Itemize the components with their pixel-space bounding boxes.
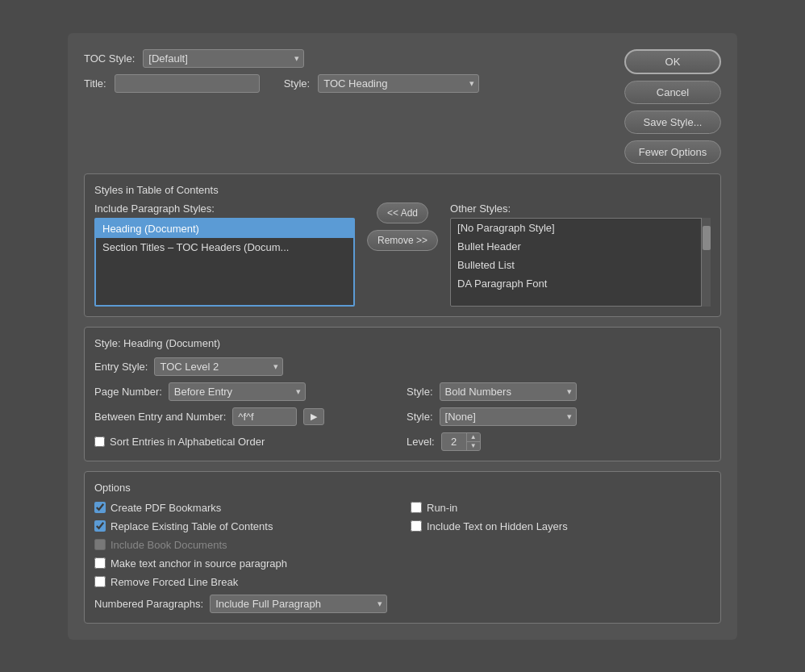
style-heading-title: Style: Heading (Document) bbox=[94, 337, 711, 349]
style-wrapper: TOC Heading TOC Level 1 TOC Level 2 bbox=[318, 74, 479, 93]
page-number-wrapper: Before Entry After Entry No Page Number bbox=[169, 382, 306, 401]
list-item[interactable]: Section Titles – TOC Headers (Docum... bbox=[96, 238, 353, 257]
list-item[interactable]: [No Paragraph Style] bbox=[451, 219, 699, 237]
include-label: Include Paragraph Styles: bbox=[94, 202, 355, 215]
remove-break-label: Remove Forced Line Break bbox=[111, 576, 238, 588]
include-panel: Include Paragraph Styles: Heading (Docum… bbox=[94, 202, 355, 307]
include-book-row: Include Book Documents bbox=[94, 539, 394, 551]
page-number-label: Page Number: bbox=[94, 386, 162, 398]
entry-style-wrapper: TOC Level 2 TOC Level 1 TOC Level 3 bbox=[154, 357, 283, 376]
between-input[interactable] bbox=[232, 407, 297, 426]
between-style-label: Style: bbox=[407, 411, 433, 423]
include-book-label: Include Book Documents bbox=[111, 539, 227, 551]
include-listbox[interactable]: Heading (Document) Section Titles – TOC … bbox=[94, 218, 355, 307]
entry-style-label: Entry Style: bbox=[94, 361, 148, 373]
sort-label: Sort Entries in Alphabetical Order bbox=[110, 436, 265, 448]
between-arrow-button[interactable]: ▶ bbox=[303, 408, 324, 425]
include-hidden-row: Include Text on Hidden Layers bbox=[411, 520, 711, 532]
other-styles-panel: Other Styles: [No Paragraph Style] Bulle… bbox=[450, 202, 711, 307]
style-heading-panel: Style: Heading (Document) Entry Style: T… bbox=[84, 327, 721, 461]
entry-style-select[interactable]: TOC Level 2 TOC Level 1 TOC Level 3 bbox=[154, 357, 283, 376]
between-style-select[interactable]: [None] Bold Numbers bbox=[440, 407, 577, 426]
list-item[interactable]: Bullet Header bbox=[451, 237, 699, 256]
list-item[interactable]: DA Paragraph Font bbox=[451, 274, 699, 293]
toc-dialog: TOC Style: [Default] Title: Style: TOC H… bbox=[68, 33, 737, 640]
between-label: Between Entry and Number: bbox=[94, 411, 226, 423]
replace-existing-row: Replace Existing Table of Contents bbox=[94, 520, 394, 532]
run-in-checkbox[interactable] bbox=[411, 502, 422, 513]
options-grid: Create PDF Bookmarks Run-in Replace Exis… bbox=[94, 502, 711, 588]
run-in-row: Run-in bbox=[411, 502, 711, 514]
cancel-button[interactable]: Cancel bbox=[624, 81, 721, 104]
scrollbar-thumb bbox=[703, 226, 711, 250]
make-anchor-label: Make text anchor in source paragraph bbox=[111, 557, 287, 570]
page-number-style-wrapper: Bold Numbers [None] bbox=[440, 382, 577, 401]
styles-section: Styles in Table of Contents Include Para… bbox=[84, 173, 721, 317]
numbered-para-select[interactable]: Include Full Paragraph Include Numbers O… bbox=[210, 595, 387, 613]
sort-checkbox[interactable] bbox=[94, 436, 105, 447]
add-remove-col: << Add Remove >> bbox=[363, 202, 442, 251]
ok-button[interactable]: OK bbox=[624, 49, 721, 74]
styles-section-title: Styles in Table of Contents bbox=[94, 184, 711, 196]
list-item[interactable]: Heading (Document) bbox=[96, 219, 353, 238]
remove-break-checkbox[interactable] bbox=[94, 576, 106, 587]
level-input[interactable] bbox=[442, 433, 466, 450]
remove-break-row: Remove Forced Line Break bbox=[94, 576, 394, 588]
level-spinner: ▲ ▼ bbox=[441, 432, 481, 451]
include-hidden-label: Include Text on Hidden Layers bbox=[427, 520, 568, 532]
include-book-checkbox bbox=[94, 539, 106, 550]
run-in-label: Run-in bbox=[427, 502, 457, 514]
style-select[interactable]: TOC Heading TOC Level 1 TOC Level 2 bbox=[318, 74, 479, 93]
remove-button[interactable]: Remove >> bbox=[367, 230, 438, 251]
replace-existing-checkbox[interactable] bbox=[94, 520, 106, 532]
title-input[interactable] bbox=[115, 74, 260, 93]
between-style-wrapper: [None] Bold Numbers bbox=[440, 407, 577, 426]
options-title: Options bbox=[94, 482, 711, 494]
replace-existing-label: Replace Existing Table of Contents bbox=[111, 520, 273, 532]
scrollbar[interactable] bbox=[701, 218, 711, 307]
title-label: Title: bbox=[84, 77, 106, 90]
list-item[interactable]: Bulleted List bbox=[451, 256, 699, 274]
save-style-button[interactable]: Save Style... bbox=[624, 111, 721, 134]
page-number-select[interactable]: Before Entry After Entry No Page Number bbox=[169, 382, 306, 401]
make-anchor-row: Make text anchor in source paragraph bbox=[94, 557, 394, 570]
toc-style-wrapper: [Default] bbox=[143, 49, 304, 68]
spinner-down[interactable]: ▼ bbox=[467, 442, 480, 450]
other-label: Other Styles: bbox=[450, 202, 711, 215]
create-pdf-checkbox[interactable] bbox=[94, 502, 106, 513]
make-anchor-checkbox[interactable] bbox=[94, 557, 106, 569]
create-pdf-label: Create PDF Bookmarks bbox=[111, 502, 221, 514]
level-label: Level: bbox=[407, 436, 435, 448]
add-button[interactable]: << Add bbox=[377, 202, 428, 223]
dialog-buttons: OK Cancel Save Style... Fewer Options bbox=[624, 49, 721, 164]
options-panel: Options Create PDF Bookmarks Run-in Repl… bbox=[84, 471, 721, 624]
create-pdf-row: Create PDF Bookmarks bbox=[94, 502, 394, 514]
toc-style-label: TOC Style: bbox=[84, 52, 135, 65]
include-hidden-checkbox[interactable] bbox=[411, 520, 422, 532]
style-label: Style: bbox=[284, 77, 311, 90]
toc-style-select[interactable]: [Default] bbox=[143, 49, 304, 68]
page-number-style-select[interactable]: Bold Numbers [None] bbox=[440, 382, 577, 401]
spinner-arrows: ▲ ▼ bbox=[466, 433, 480, 450]
spinner-up[interactable]: ▲ bbox=[467, 433, 480, 442]
numbered-para-label: Numbered Paragraphs: bbox=[94, 598, 203, 610]
numbered-para-row: Numbered Paragraphs: Include Full Paragr… bbox=[94, 595, 711, 613]
other-listbox[interactable]: [No Paragraph Style] Bullet Header Bulle… bbox=[450, 218, 711, 307]
numbered-para-wrapper: Include Full Paragraph Include Numbers O… bbox=[210, 595, 387, 613]
fewer-options-button[interactable]: Fewer Options bbox=[624, 140, 721, 164]
page-number-style-label: Style: bbox=[407, 386, 433, 398]
